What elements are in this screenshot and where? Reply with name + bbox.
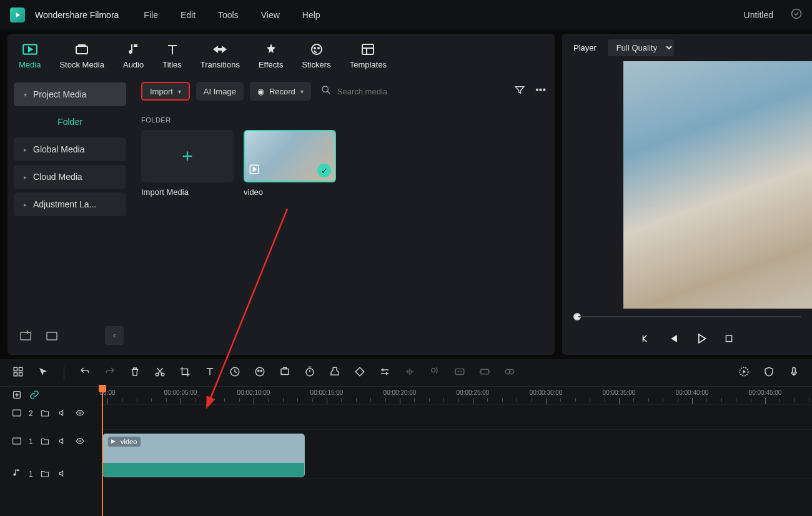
timeline-tracks[interactable]: 00:0000:00:05:0000:00:10:0000:00:15:0000… <box>100 387 812 516</box>
voiceover-icon[interactable] <box>429 366 440 380</box>
tab-stock-label: Stock Media <box>59 60 104 69</box>
media-item-video[interactable]: ✓ video <box>244 130 336 197</box>
track-row-video2[interactable] <box>100 404 812 429</box>
main-area: Media Stock Media Audio Titles Transitio… <box>0 30 812 359</box>
preview-viewport[interactable] <box>623 61 812 309</box>
filter-icon[interactable] <box>514 84 525 98</box>
cut-icon[interactable] <box>154 366 166 380</box>
redo-icon[interactable] <box>104 366 116 380</box>
sidebar-folder[interactable]: Folder <box>14 110 126 134</box>
svg-rect-13 <box>14 367 17 370</box>
import-media-tile[interactable]: + Import Media <box>141 130 234 197</box>
mute-icon[interactable] <box>57 409 68 419</box>
sidebar-project-media[interactable]: ▾Project Media <box>14 82 126 106</box>
sidebar-global-media[interactable]: ▸Global Media <box>14 137 126 161</box>
svg-point-21 <box>258 370 259 371</box>
media-sidebar: ▾Project Media Folder ▸Global Media ▸Clo… <box>7 77 132 355</box>
speed-icon[interactable] <box>229 366 240 380</box>
tab-transitions[interactable]: Transitions <box>201 42 240 69</box>
color-icon[interactable] <box>254 366 265 380</box>
more-icon[interactable]: ••• <box>535 84 546 98</box>
svg-rect-8 <box>47 332 57 340</box>
document-title: Untitled <box>744 10 773 20</box>
timer-icon[interactable] <box>304 366 315 380</box>
tab-stock-media[interactable]: Stock Media <box>59 42 104 69</box>
svg-point-25 <box>432 368 435 372</box>
record-button[interactable]: ◉Record▾ <box>250 82 311 101</box>
import-media-label: Import Media <box>141 187 234 197</box>
stop-button[interactable] <box>724 334 734 346</box>
tab-transitions-label: Transitions <box>201 60 240 69</box>
menu-file[interactable]: File <box>144 10 158 20</box>
expand-icon[interactable] <box>479 366 490 380</box>
timeline-ruler[interactable]: 00:0000:00:05:0000:00:10:0000:00:15:0000… <box>100 387 812 404</box>
menu-bar: File Edit Tools View Help <box>144 10 320 20</box>
menu-help[interactable]: Help <box>302 10 320 20</box>
play-button[interactable] <box>695 332 708 347</box>
menu-view[interactable]: View <box>261 10 280 20</box>
tab-audio[interactable]: Audio <box>123 42 144 69</box>
quality-select[interactable]: Full Quality <box>608 39 674 56</box>
eye-icon[interactable] <box>74 437 86 447</box>
audio-wave-icon[interactable] <box>404 366 415 380</box>
adjust-icon[interactable] <box>379 366 390 380</box>
svg-rect-33 <box>13 410 21 416</box>
timeline-clip-video[interactable]: video <box>102 434 305 477</box>
play-controls <box>562 325 812 355</box>
folder-track-icon[interactable] <box>39 469 51 480</box>
sidebar-adjustment-layer[interactable]: ▸Adjustment La... <box>14 192 126 216</box>
grid-icon[interactable] <box>12 366 24 380</box>
folder-track-icon[interactable] <box>39 437 51 447</box>
tab-media[interactable]: Media <box>19 42 41 69</box>
track-row-audio1[interactable] <box>100 478 812 513</box>
media-content: Import▾ AI Image ◉Record▾ ••• FOLDER <box>132 77 555 355</box>
tab-effects[interactable]: Effects <box>259 42 284 69</box>
step-back-button[interactable] <box>668 333 679 347</box>
folder-track-icon[interactable] <box>39 409 51 419</box>
collapse-sidebar-button[interactable]: ‹ <box>105 326 124 345</box>
svg-rect-31 <box>793 367 796 373</box>
marker-icon[interactable] <box>329 366 340 380</box>
screenshot-icon[interactable] <box>279 366 290 380</box>
preview-scrubber[interactable] <box>562 309 812 325</box>
mic-icon[interactable] <box>788 366 800 380</box>
chroma-icon[interactable] <box>504 366 515 380</box>
track-header-video1: 1 <box>0 423 100 460</box>
audio-track-icon <box>11 469 22 480</box>
tab-titles[interactable]: Titles <box>162 42 182 69</box>
add-track-icon[interactable] <box>11 390 22 402</box>
delete-icon[interactable] <box>129 366 141 380</box>
mute-icon[interactable] <box>57 437 68 447</box>
folder-icon[interactable] <box>42 326 61 345</box>
mute-icon[interactable] <box>57 469 68 480</box>
undo-icon[interactable] <box>79 366 91 380</box>
video-track-icon <box>11 437 22 447</box>
folder-section-label: FOLDER <box>141 116 546 124</box>
tab-stickers[interactable]: Stickers <box>302 42 330 69</box>
render-icon[interactable] <box>738 366 750 380</box>
shield-icon[interactable] <box>763 366 775 380</box>
sidebar-cloud-media[interactable]: ▸Cloud Media <box>14 165 126 189</box>
menu-edit[interactable]: Edit <box>181 10 196 20</box>
subtitle-icon[interactable] <box>454 366 465 380</box>
menu-tools[interactable]: Tools <box>218 10 239 20</box>
media-thumbs: + Import Media ✓ video <box>141 130 546 197</box>
ai-image-button[interactable]: AI Image <box>196 82 244 101</box>
cursor-icon[interactable] <box>37 366 49 380</box>
track-row-video1[interactable]: video <box>100 429 812 478</box>
cloud-sync-icon[interactable] <box>791 8 802 22</box>
prev-frame-button[interactable] <box>640 333 651 347</box>
search-input[interactable] <box>337 87 450 96</box>
link-icon[interactable] <box>29 390 40 402</box>
text-icon[interactable] <box>204 366 215 380</box>
preview-header: Player Full Quality <box>562 34 812 61</box>
keyframe-icon[interactable] <box>354 366 365 380</box>
playhead[interactable] <box>102 387 103 516</box>
svg-rect-14 <box>19 367 22 370</box>
crop-icon[interactable] <box>179 366 191 380</box>
new-folder-icon[interactable] <box>16 326 35 345</box>
tab-templates[interactable]: Templates <box>350 42 387 69</box>
import-button[interactable]: Import▾ <box>141 82 190 101</box>
svg-point-5 <box>318 47 319 49</box>
eye-icon[interactable] <box>74 409 86 419</box>
